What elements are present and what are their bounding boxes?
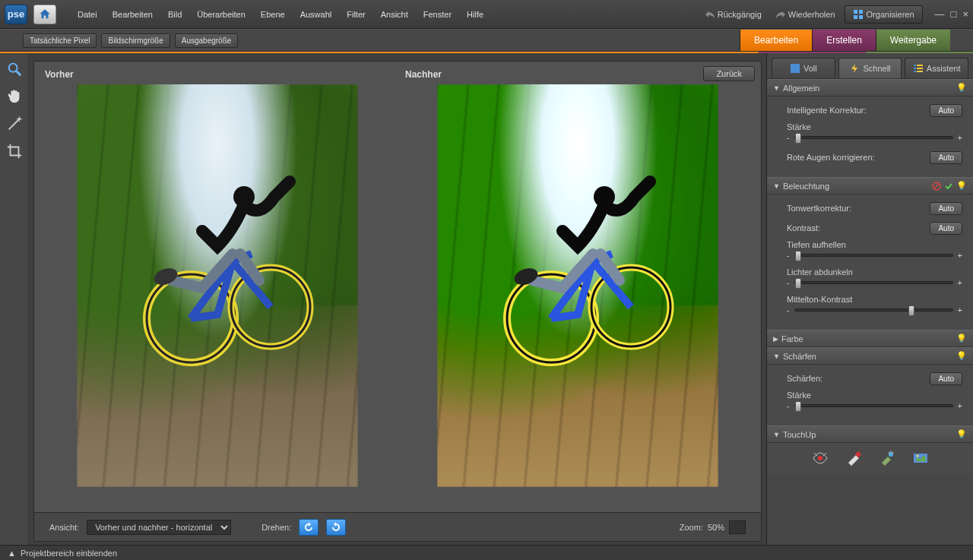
levels-label: Tonwertkorrektur: [787,204,930,213]
rotate-cw-icon [331,522,341,533]
whiten-tool-icon[interactable] [845,451,862,466]
menubar: pse Datei Bearbeiten Bild Überarbeiten E… [0,0,973,29]
redeye-label: Rote Augen korrigieren: [787,153,930,162]
view-tab-full[interactable]: Voll [772,58,835,78]
highlights-slider[interactable] [794,281,953,284]
menu-file[interactable]: Datei [71,5,103,24]
contrast-tool-icon[interactable] [912,451,929,466]
bulb-icon[interactable]: 💡 [956,181,967,191]
minimize-button[interactable]: — [935,8,945,20]
section-color-header[interactable]: ▶Farbe💡 [767,330,973,347]
redeye-tool-icon[interactable] [812,451,829,466]
zoom-dropdown[interactable] [729,520,746,534]
organize-button[interactable]: Organisieren [845,5,923,24]
shadows-slider[interactable] [794,254,953,257]
view-tab-quick[interactable]: Schnell [838,58,902,78]
mode-edit-tab[interactable]: Bearbeiten [740,30,812,51]
section-touchup [767,443,973,473]
menu-select[interactable]: Auswahl [294,5,338,24]
midtone-slider[interactable] [794,308,953,312]
rotate-ccw-icon [303,522,314,533]
sharpen-slider[interactable] [794,404,953,407]
home-button[interactable] [33,5,56,24]
mode-create-tab[interactable]: Erstellen [812,30,876,51]
redeye-auto-button[interactable]: Auto [930,151,962,164]
before-image[interactable] [77,84,358,487]
menu-edit[interactable]: Bearbeiten [106,5,159,24]
commit-icon[interactable] [944,182,953,191]
svg-rect-0 [854,10,857,14]
before-column: Vorher [40,68,395,506]
rotate-ccw-button[interactable] [299,519,319,536]
mode-tabs: Bearbeiten Erstellen Weitergabe [740,30,950,51]
svg-line-5 [16,71,21,76]
fit-screen-button[interactable]: Bildschirmgröße [101,33,170,48]
maximize-button[interactable]: □ [951,8,957,20]
view-select[interactable]: Vorher und nachher - horizontal [87,520,231,535]
after-image[interactable] [437,84,718,487]
menu-image[interactable]: Bild [162,5,188,24]
smartfix-auto-button[interactable]: Auto [930,104,962,117]
undo-button[interactable]: Rückgängig [700,7,766,22]
redo-button[interactable]: Wiederholen [771,7,840,22]
zoom-label: Zoom: [680,523,703,532]
bulb-icon[interactable]: 💡 [956,351,967,361]
midtone-label: Mittelton-Kontrast [787,295,962,304]
bulb-icon[interactable]: 💡 [956,429,967,439]
canvas-area: Vorher Nachher [29,53,766,545]
bulb-icon[interactable]: 💡 [956,83,967,93]
bluesky-tool-icon[interactable] [879,451,895,466]
close-button[interactable]: × [962,8,968,20]
reset-button[interactable]: Zurück [703,66,755,81]
view-label: Ansicht: [49,523,79,532]
hand-tool[interactable] [5,87,24,106]
canvas-footer: Ansicht: Vorher und nachher - horizontal… [33,513,762,542]
mode-share-tab[interactable]: Weitergabe [876,30,950,51]
view-tab-guided[interactable]: Assistent [905,58,968,78]
section-touchup-header[interactable]: ▼TouchUp💡 [767,426,973,443]
cancel-icon[interactable] [932,182,941,191]
section-lighting-header[interactable]: ▼Beleuchtung 💡 [767,177,973,195]
menu-help[interactable]: Hilfe [461,5,490,24]
redo-label: Wiederholen [788,10,835,19]
zoom-value: 50% [708,523,724,532]
highlights-label: Lichter abdunkeln [787,267,962,277]
smartfix-amount-slider[interactable] [794,136,953,139]
status-bar: ▲ Projektbereich einblenden [0,545,973,560]
svg-rect-2 [854,15,857,19]
svg-rect-21 [914,65,916,66]
section-sharpen-header[interactable]: ▼Schärfen💡 [767,347,973,365]
svg-rect-25 [914,71,916,72]
bulb-icon[interactable]: 💡 [956,334,967,343]
rotate-cw-button[interactable] [326,519,346,536]
tool-strip [0,53,29,545]
quick-select-tool[interactable] [5,114,24,134]
zoom-tool[interactable] [5,59,24,79]
wand-icon [6,115,23,132]
menu-layer[interactable]: Ebene [255,5,291,24]
magnifier-icon [6,61,23,78]
menu-items: Datei Bearbeiten Bild Überarbeiten Ebene… [71,5,490,24]
menu-enhance[interactable]: Überarbeiten [191,5,252,24]
window-controls: — □ × [935,8,968,20]
print-size-button[interactable]: Ausgabegröße [175,33,239,48]
right-panel: Voll Schnell Assistent ▼Allgemein💡 Intel… [766,53,973,545]
status-text[interactable]: Projektbereich einblenden [21,549,117,558]
actual-pixels-button[interactable]: Tatsächliche Pixel [23,33,97,48]
expand-tray-icon[interactable]: ▲ [8,549,16,558]
edit-view-tabs: Voll Schnell Assistent [767,53,973,79]
full-icon [790,63,800,74]
sharpen-auto-button[interactable]: Auto [930,372,962,385]
crop-tool[interactable] [5,141,24,161]
section-general-header[interactable]: ▼Allgemein💡 [767,79,973,96]
svg-rect-23 [914,68,916,69]
contrast-auto-button[interactable]: Auto [930,222,962,235]
levels-auto-button[interactable]: Auto [930,202,962,215]
svg-point-7 [17,118,21,121]
organize-label: Organisieren [867,10,914,19]
sharpen-label: Schärfen: [787,374,930,383]
menu-filter[interactable]: Filter [341,5,371,24]
workspace: Vorher Nachher [0,53,973,545]
menu-view[interactable]: Ansicht [375,5,414,24]
menu-window[interactable]: Fenster [417,5,458,24]
